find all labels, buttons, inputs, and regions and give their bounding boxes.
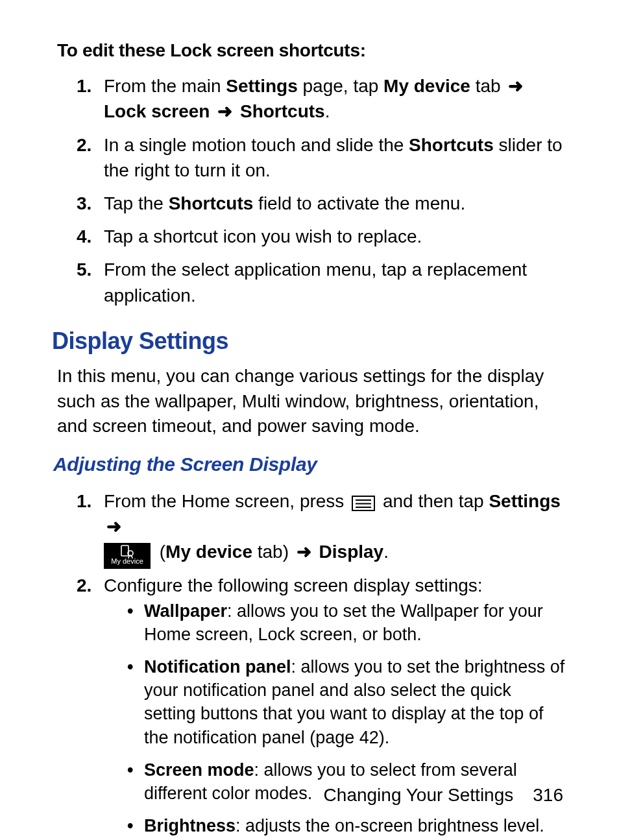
text: Tap the [104, 193, 169, 213]
text: page, tap [298, 76, 383, 96]
text: Tap a shortcut icon you wish to replace. [104, 226, 422, 246]
section-heading-display-settings: Display Settings [52, 325, 567, 357]
text: . [325, 101, 330, 121]
text: tab) [252, 542, 294, 562]
text: Configure the following screen display s… [104, 575, 483, 595]
text: field to activate the menu. [253, 193, 465, 213]
label: Wallpaper [144, 601, 227, 621]
intro-heading: To edit these Lock screen shortcuts: [57, 38, 567, 63]
text-bold: Shortcuts [169, 193, 254, 213]
text: tab [470, 76, 505, 96]
text: and then tap [378, 491, 489, 511]
section-body: In this menu, you can change various set… [57, 364, 567, 439]
label: Notification panel [144, 657, 291, 677]
text: . [383, 542, 389, 562]
svg-rect-0 [121, 546, 128, 556]
text: From the select application menu, tap a … [104, 259, 527, 305]
arrow-icon: ➜ [297, 539, 311, 564]
text: ( [160, 542, 165, 562]
subsection-heading-adjusting: Adjusting the Screen Display [53, 451, 567, 478]
bullet-brightness: Brightness: adjusts the on-screen bright… [127, 813, 567, 840]
bullet-wallpaper: Wallpaper: allows you to set the Wallpap… [127, 598, 567, 654]
step-4: Tap a shortcut icon you wish to replace. [104, 220, 567, 253]
step-3: Tap the Shortcuts field to activate the … [104, 187, 567, 220]
step-5: From the select application menu, tap a … [104, 253, 567, 311]
step-1: From the Home screen, press and then tap… [104, 485, 567, 569]
text-bold: Shortcuts [409, 135, 494, 155]
text-bold: Display [319, 542, 384, 562]
label: Screen mode [144, 760, 254, 780]
text-bold: Settings [226, 76, 297, 96]
step-1: From the main Settings page, tap My devi… [104, 69, 567, 128]
label: Brightness [144, 816, 236, 835]
text: From the Home screen, press [104, 491, 349, 511]
menu-icon [352, 496, 375, 511]
page-footer: Changing Your Settings316 [324, 782, 563, 808]
step-2: In a single motion touch and slide the S… [104, 128, 567, 187]
text-bold: Shortcuts [240, 101, 325, 121]
text: From the main [104, 76, 226, 96]
my-device-label: My device [104, 558, 151, 565]
page-number: 316 [533, 785, 563, 805]
arrow-icon: ➜ [106, 514, 121, 539]
text-bold: My device [383, 76, 470, 96]
arrow-icon: ➜ [508, 73, 523, 99]
text-bold: My device [165, 542, 252, 562]
steps-edit-shortcuts: From the main Settings page, tap My devi… [52, 69, 567, 312]
text-bold: Settings [489, 491, 560, 511]
footer-section-name: Changing Your Settings [324, 785, 514, 805]
my-device-tab-icon: My device [104, 543, 151, 569]
text: In a single motion touch and slide the [104, 135, 409, 155]
bullet-notification-panel: Notification panel: allows you to set th… [127, 654, 567, 757]
arrow-icon: ➜ [217, 99, 232, 124]
text-bold: Lock screen [104, 101, 210, 121]
